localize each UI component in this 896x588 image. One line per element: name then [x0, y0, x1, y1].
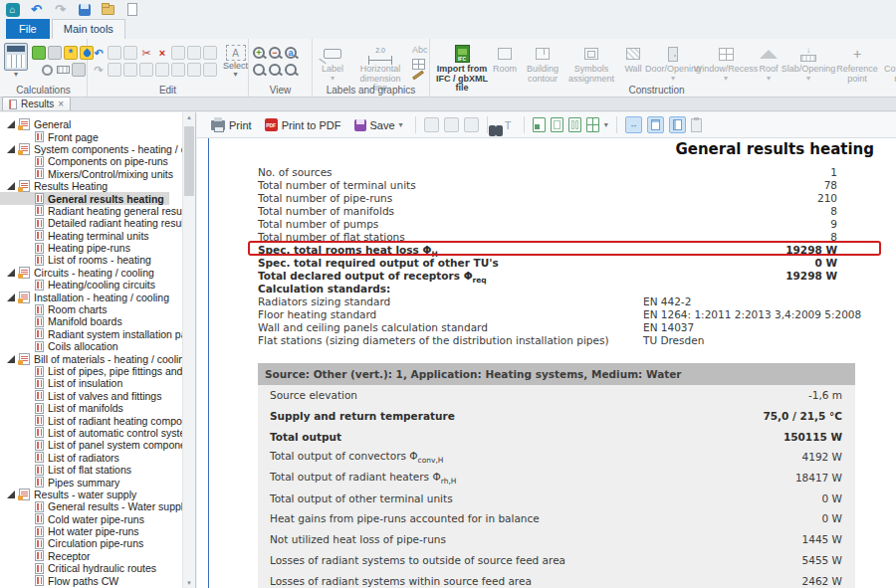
save-report-button[interactable]: Save ▾	[350, 117, 407, 133]
page-view-dropdown-icon[interactable]: ▾	[604, 121, 608, 129]
tree-item[interactable]: List of rooms - heating	[0, 254, 156, 266]
tree-item[interactable]: List of pipes, pipe fittings and couplin…	[0, 365, 196, 377]
tree-item[interactable]: Room charts	[0, 303, 112, 315]
select-button[interactable]: A Select ▾	[223, 43, 248, 79]
save-dropdown-icon[interactable]: ▾	[399, 121, 403, 129]
app-logo-icon[interactable]: ⌂	[5, 2, 20, 17]
tree-item[interactable]: Radiant heating general results	[0, 205, 196, 217]
close-tab-icon[interactable]: ×	[58, 98, 64, 109]
tree-item[interactable]: Results Heating	[0, 180, 112, 192]
continuous-view-icon[interactable]	[647, 116, 664, 133]
tree-item[interactable]: Results - water supply	[0, 489, 141, 500]
tree-scrollbar[interactable]: ▲ ▼	[182, 112, 195, 588]
report-row: No. of sources 1	[258, 166, 837, 179]
redo-icon: ↷	[53, 2, 68, 17]
tree-item[interactable]: Mixers/Control/mixing units	[0, 168, 178, 180]
expander-icon[interactable]	[7, 355, 15, 363]
print-icon	[211, 120, 225, 130]
tree-item[interactable]: List of valves and fittings	[0, 390, 166, 402]
expander-icon[interactable]	[7, 294, 15, 301]
calculations-dropdown-icon[interactable]: ▾	[14, 71, 18, 79]
tree-item[interactable]: List of radiators	[0, 452, 124, 464]
expander-icon[interactable]	[7, 269, 15, 277]
tree-item[interactable]: Heating terminal units	[0, 230, 154, 242]
building-calculation-icon[interactable]	[48, 46, 62, 60]
zoom-all-icon[interactable]: a	[285, 47, 297, 59]
fit-width-icon[interactable]: ↔	[625, 116, 642, 133]
tree-item[interactable]: List of flat stations	[0, 464, 136, 476]
calculation-button[interactable]: ▾	[4, 43, 28, 79]
scroll-down-icon[interactable]: ▼	[183, 580, 195, 586]
tree-item[interactable]: Circuits - heating / cooling	[0, 267, 159, 279]
print-to-pdf-button[interactable]: PDF Print to PDF	[261, 116, 345, 133]
scrollbar-thumb[interactable]	[184, 126, 194, 196]
tree-item[interactable]: Cold water pipe-runs	[0, 513, 149, 525]
tab-main-tools[interactable]: Main tools	[52, 19, 125, 39]
tree-item[interactable]: Front page	[0, 130, 104, 142]
cut-icon[interactable]: ✂	[139, 46, 153, 60]
undo-icon[interactable]: ↶	[29, 2, 44, 17]
multi-page-view-icon[interactable]	[586, 117, 599, 132]
label-icon	[324, 49, 341, 59]
report-item-icon	[35, 255, 44, 266]
tree-item[interactable]: Manifold boards	[0, 315, 127, 327]
pan-icon[interactable]	[253, 64, 265, 76]
expander-icon[interactable]	[7, 145, 15, 153]
delete-icon[interactable]: ×	[155, 46, 169, 60]
tree-item[interactable]: Receptor	[0, 550, 96, 562]
tree-item[interactable]: List of automatic control system compone…	[0, 427, 196, 439]
tree-item[interactable]: List of insulation	[0, 377, 127, 389]
tree-item[interactable]: Radiant system installation parameters	[0, 328, 196, 340]
tree-item[interactable]: Coils allocation	[0, 340, 123, 352]
undo-edit-icon[interactable]: ↶	[92, 46, 106, 60]
tree-item[interactable]: Circulation pipe-runs	[0, 537, 148, 549]
tree-item[interactable]: List of panel system components	[0, 439, 196, 451]
cooling-calculation-icon[interactable]: *	[64, 46, 78, 60]
scroll-up-icon[interactable]: ▲	[183, 114, 195, 120]
tree-item[interactable]: Components on pipe-runs	[0, 155, 173, 167]
tree-item[interactable]: General results heating	[0, 192, 169, 204]
report-item-icon	[35, 280, 44, 291]
zoom-window-icon[interactable]	[269, 64, 281, 76]
heating-calculation-icon[interactable]	[32, 46, 46, 60]
expander-icon[interactable]	[7, 490, 15, 498]
print-button[interactable]: Print	[207, 117, 256, 133]
tree-item[interactable]: Flow paths CW	[0, 574, 123, 586]
tree-item[interactable]: List of manifolds	[0, 402, 128, 414]
zoom-previous-icon[interactable]	[285, 64, 297, 76]
panel-sizing-icon[interactable]	[72, 63, 86, 77]
page-setup-icon	[424, 117, 439, 132]
doc-tab-results[interactable]: Results ×	[2, 97, 71, 110]
open-icon[interactable]	[101, 2, 115, 17]
single-page-view-icon[interactable]	[551, 117, 563, 132]
ribbon: ▾ * Calculations	[0, 39, 896, 98]
zoom-in-icon[interactable]: +	[253, 47, 265, 59]
report-item-icon	[35, 205, 44, 216]
zoom-out-icon[interactable]: −	[269, 47, 281, 59]
thumbnails-view-icon[interactable]	[533, 117, 546, 132]
select-dropdown-icon[interactable]: ▾	[234, 71, 238, 79]
new-file-icon[interactable]	[124, 2, 139, 17]
expander-icon[interactable]	[7, 182, 15, 190]
radiator-sizing-icon[interactable]	[56, 63, 70, 77]
two-page-view-icon[interactable]	[568, 117, 581, 132]
save-icon[interactable]	[77, 2, 92, 17]
tree-item[interactable]: System components - heating / cooling	[0, 143, 196, 155]
tree-item[interactable]: Critical hydraulic routes	[0, 562, 161, 574]
tree-item[interactable]: List of radiant heating components	[0, 414, 196, 426]
pump-sizing-icon[interactable]	[40, 63, 54, 77]
report-row: Flat stations (sizing diameters of the d…	[258, 334, 895, 347]
tree-item[interactable]: General	[0, 118, 76, 130]
expander-icon[interactable]	[7, 120, 15, 128]
report-page: General results heating No. of sources 1…	[197, 138, 896, 588]
tree-item[interactable]: Hot water pipe-runs	[0, 525, 144, 537]
tree-item[interactable]: Detailed radiant heating results	[0, 217, 196, 229]
tree-item[interactable]: Installation - heating / cooling	[0, 291, 174, 302]
tree-item[interactable]: Heating/cooling circuits	[0, 279, 160, 291]
tree-item[interactable]: Heating pipe-runs	[0, 242, 135, 254]
tree-item[interactable]: Bill of materials - heating / cooling	[0, 352, 195, 364]
outline-view-icon[interactable]	[669, 116, 686, 133]
tab-file[interactable]: File	[6, 19, 50, 39]
tree-item[interactable]: General results - Water supply	[0, 500, 193, 512]
tree-item[interactable]: Pipes summary	[0, 476, 124, 488]
